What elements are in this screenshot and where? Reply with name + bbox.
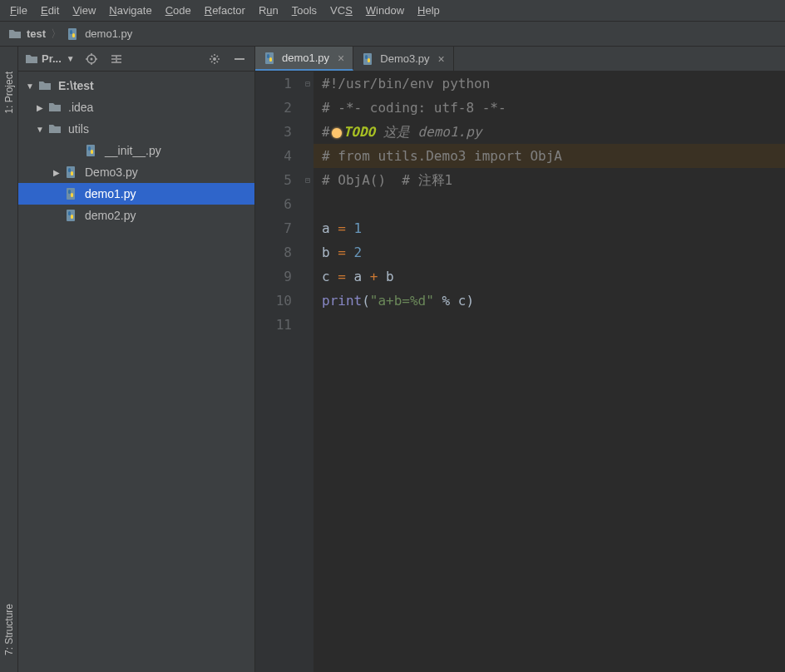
tree-root-label: E:\test — [58, 79, 94, 92]
tree-item-label: demo1.py — [85, 187, 136, 200]
code-line: # -*- coding: utf-8 -*- — [322, 100, 506, 116]
tree-item-utils[interactable]: ▼ utils — [18, 118, 254, 140]
tree-item-demo3[interactable]: ▶ Demo3.py — [18, 161, 254, 183]
expand-all-icon[interactable] — [108, 51, 125, 67]
svg-point-4 — [90, 57, 92, 60]
menu-window[interactable]: Window — [361, 2, 409, 18]
locate-icon[interactable] — [83, 51, 100, 67]
side-tab-project[interactable]: 1: Project — [3, 72, 15, 114]
svg-rect-23 — [365, 55, 368, 59]
tree-item-label: __init__.py — [105, 144, 161, 157]
menu-navigate[interactable]: Navigate — [104, 2, 156, 18]
python-file-icon — [264, 52, 277, 65]
svg-rect-11 — [68, 168, 71, 172]
svg-rect-24 — [368, 58, 370, 62]
svg-rect-1 — [70, 30, 72, 34]
close-icon[interactable]: × — [338, 52, 344, 65]
svg-rect-2 — [72, 33, 75, 37]
svg-rect-15 — [71, 193, 73, 197]
menu-refactor[interactable]: Refactor — [200, 2, 250, 18]
svg-rect-20 — [267, 54, 269, 58]
menu-tools[interactable]: Tools — [287, 2, 322, 18]
fold-gutter[interactable]: ⊟ ⊟ — [302, 72, 314, 672]
svg-rect-8 — [88, 146, 91, 151]
svg-rect-16 — [67, 210, 75, 221]
code-line — [314, 192, 785, 216]
tree-item-label: Demo3.py — [85, 166, 138, 179]
tree-item-idea[interactable]: ▶ .idea — [18, 96, 254, 118]
breadcrumb-file[interactable]: demo1.py — [67, 27, 132, 41]
tree-item-label: .idea — [68, 101, 93, 114]
folder-icon — [25, 52, 38, 66]
python-file-icon — [67, 27, 80, 41]
dropdown-icon: ▼ — [67, 54, 75, 63]
breadcrumb-file-label: demo1.py — [85, 27, 132, 40]
line-number-gutter: 1 2 3 4 5 6 7 8 9 10 11 — [255, 72, 302, 672]
hide-icon[interactable] — [231, 51, 248, 67]
editor-area: demo1.py × Demo3.py × 1 2 3 4 5 6 7 8 9 … — [255, 47, 785, 672]
breadcrumb: test 〉 demo1.py — [0, 22, 785, 47]
project-tree[interactable]: ▼ E:\test ▶ .idea ▼ utils __init__.py ▶ — [18, 72, 254, 230]
project-tool-window: Pr...▼ ▼ E:\test ▶ .idea ▼ utils — [18, 47, 255, 672]
python-file-icon — [362, 52, 375, 66]
side-tab-structure[interactable]: 7: Structure — [3, 604, 15, 655]
svg-point-5 — [213, 57, 216, 61]
folder-icon — [38, 79, 52, 92]
code-line — [314, 313, 785, 337]
tree-item-label: utils — [68, 122, 89, 136]
tree-item-demo2[interactable]: demo2.py — [18, 205, 254, 226]
folder-icon — [48, 101, 62, 114]
tab-demo3[interactable]: Demo3.py × — [353, 47, 453, 71]
editor-body[interactable]: 1 2 3 4 5 6 7 8 9 10 11 ⊟ ⊟ #!/usr/bin/e… — [255, 72, 785, 672]
svg-rect-14 — [68, 190, 71, 194]
svg-rect-21 — [269, 57, 272, 62]
svg-rect-0 — [68, 28, 77, 40]
tree-item-label: demo2.py — [85, 209, 136, 222]
menu-run[interactable]: Run — [254, 2, 284, 18]
menu-view[interactable]: View — [67, 2, 101, 18]
tab-label: demo1.py — [282, 52, 329, 64]
menu-help[interactable]: Help — [412, 2, 445, 18]
tab-demo1[interactable]: demo1.py × — [255, 47, 353, 71]
svg-rect-10 — [67, 166, 75, 178]
svg-rect-18 — [71, 215, 73, 219]
tab-label: Demo3.py — [380, 52, 429, 65]
expand-toggle-icon[interactable]: ▼ — [25, 82, 35, 91]
code-line: #!/usr/bin/env python — [322, 76, 490, 91]
tree-item-init[interactable]: __init__.py — [18, 140, 254, 161]
expand-toggle-icon[interactable]: ▶ — [52, 168, 62, 177]
menu-file[interactable]: File — [5, 2, 32, 18]
svg-rect-19 — [265, 52, 274, 64]
code-line: # from utils.Demo3 import ObjA — [322, 148, 562, 164]
menu-edit[interactable]: Edit — [36, 2, 64, 18]
svg-rect-7 — [86, 145, 95, 156]
editor-tabs: demo1.py × Demo3.py × — [255, 47, 785, 72]
svg-rect-12 — [71, 171, 73, 175]
left-tool-strip: 1: Project 7: Structure — [0, 47, 18, 672]
python-file-icon — [65, 187, 78, 200]
tree-item-demo1[interactable]: demo1.py — [18, 183, 254, 205]
svg-rect-9 — [91, 150, 93, 154]
gear-icon[interactable] — [206, 51, 223, 67]
svg-rect-6 — [235, 58, 244, 60]
intention-bulb-icon[interactable] — [332, 128, 342, 138]
svg-rect-17 — [68, 211, 71, 215]
project-panel-title[interactable]: Pr...▼ — [25, 52, 75, 66]
menu-code[interactable]: Code — [160, 2, 196, 18]
close-icon[interactable]: × — [438, 52, 445, 66]
python-file-icon — [65, 209, 78, 222]
folder-icon — [8, 27, 22, 41]
python-file-icon — [65, 166, 78, 179]
menu-vcs[interactable]: VCS — [325, 2, 358, 18]
tree-root[interactable]: ▼ E:\test — [18, 75, 254, 96]
python-file-icon — [85, 144, 98, 157]
code-line: # ObjA() # 注释1 — [322, 172, 452, 188]
code-area[interactable]: #!/usr/bin/env python # -*- coding: utf-… — [314, 72, 785, 672]
svg-rect-13 — [67, 188, 75, 200]
folder-icon — [48, 122, 62, 136]
breadcrumb-root[interactable]: test — [8, 27, 46, 41]
expand-toggle-icon[interactable]: ▶ — [35, 103, 45, 112]
chevron-right-icon: 〉 — [51, 27, 62, 42]
expand-toggle-icon[interactable]: ▼ — [35, 125, 45, 134]
menu-bar: File Edit View Navigate Code Refactor Ru… — [0, 0, 785, 22]
